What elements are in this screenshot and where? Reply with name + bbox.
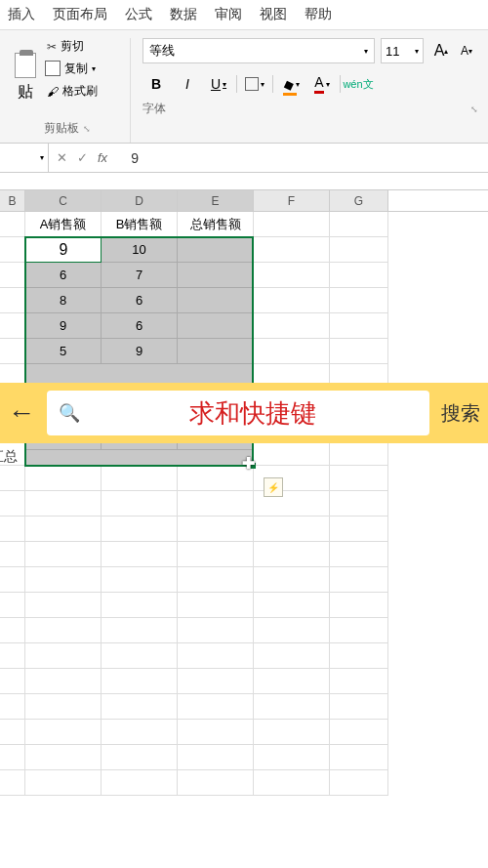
font-name-select[interactable]: 等线▾ xyxy=(142,38,375,63)
spreadsheet-grid[interactable]: B C D E F G xyxy=(0,190,488,817)
scissors-icon xyxy=(47,40,57,54)
border-button[interactable]: ▾ xyxy=(241,71,268,97)
menu-bar: 插入 页面布局 公式 数据 审阅 视图 帮助 xyxy=(0,0,488,30)
cell[interactable]: 6 xyxy=(25,263,102,288)
border-icon xyxy=(245,77,259,91)
col-header-e[interactable]: E xyxy=(178,190,254,211)
cell[interactable]: 6 xyxy=(102,288,178,313)
column-headers: B C D E F G xyxy=(0,190,488,212)
formula-bar: ▾ ✕ ✓ fx 9 xyxy=(0,144,488,173)
brush-icon xyxy=(47,85,59,99)
menu-page-layout[interactable]: 页面布局 xyxy=(53,6,107,23)
menu-view[interactable]: 视图 xyxy=(260,6,287,23)
fill-color-button[interactable]: ◆▾ xyxy=(277,71,305,97)
cell[interactable]: 8 xyxy=(25,288,102,313)
col-header-b[interactable]: B xyxy=(0,190,25,211)
paste-label: 贴 xyxy=(18,82,33,103)
col-header-g[interactable]: G xyxy=(330,190,388,211)
paste-button[interactable]: 贴 xyxy=(10,38,41,116)
cell[interactable] xyxy=(178,263,254,288)
name-box[interactable]: ▾ xyxy=(0,144,49,172)
format-painter-label: 格式刷 xyxy=(62,83,98,100)
copy-icon xyxy=(47,62,61,76)
increase-font-button[interactable]: A▴ xyxy=(429,39,453,62)
table-header: B销售额 xyxy=(102,212,178,237)
clipboard-icon xyxy=(15,53,36,78)
clipboard-group-label: 剪贴板 xyxy=(44,120,79,137)
quick-analysis-button[interactable]: ⚡ xyxy=(264,477,283,497)
clipboard-group: 贴 剪切 复制▾ 格式刷 剪贴板⤡ xyxy=(4,38,131,143)
cell[interactable]: 6 xyxy=(102,313,178,339)
cell[interactable]: 7 xyxy=(102,263,178,288)
col-header-c[interactable]: C xyxy=(25,190,102,211)
font-group: 等线▾ 11▾ A▴ A▾ B I U▾ ▾ ◆▾ A▾ wén文 字体⤡ xyxy=(131,38,484,143)
copy-button[interactable]: 复制▾ xyxy=(47,61,98,77)
menu-review[interactable]: 审阅 xyxy=(215,6,242,23)
overlay-banner: ← 🔍 求和快捷键 搜索 xyxy=(0,383,488,443)
search-box[interactable]: 🔍 求和快捷键 xyxy=(47,391,429,435)
search-label[interactable]: 搜索 xyxy=(441,400,480,427)
cell[interactable]: 9 xyxy=(102,339,178,364)
menu-help[interactable]: 帮助 xyxy=(305,6,332,23)
menu-insert[interactable]: 插入 xyxy=(8,6,35,23)
banner-text: 求和快捷键 xyxy=(88,396,418,431)
cut-button[interactable]: 剪切 xyxy=(47,38,98,55)
decrease-font-button[interactable]: A▾ xyxy=(455,39,478,62)
col-header-f[interactable]: F xyxy=(254,190,330,211)
cancel-button[interactable]: ✕ xyxy=(57,150,67,165)
cell[interactable] xyxy=(178,237,254,263)
summary-label: 汇总 xyxy=(0,448,18,466)
format-painter-button[interactable]: 格式刷 xyxy=(47,83,98,100)
back-arrow-icon[interactable]: ← xyxy=(8,397,35,429)
menu-formulas[interactable]: 公式 xyxy=(125,6,152,23)
cursor-icon: ✚ xyxy=(242,454,255,473)
cells-area[interactable]: A销售额 B销售额 总销售额 9 10 67 86 96 59 55 汇总 ✚ … xyxy=(0,212,488,817)
fx-button[interactable]: fx xyxy=(98,150,115,165)
font-color-button[interactable]: A▾ xyxy=(308,71,336,97)
cell[interactable]: 5 xyxy=(25,339,102,364)
table-header: A销售额 xyxy=(25,212,102,237)
cell[interactable] xyxy=(178,339,254,364)
bold-button[interactable]: B xyxy=(142,71,170,97)
expand-icon[interactable]: ⤡ xyxy=(470,104,478,114)
cell[interactable] xyxy=(178,313,254,339)
font-size-select[interactable]: 11▾ xyxy=(381,38,424,63)
ribbon: 贴 剪切 复制▾ 格式刷 剪贴板⤡ 等线▾ 11▾ A▴ A▾ B I U▾ ▾ xyxy=(0,30,488,144)
col-header-d[interactable]: D xyxy=(102,190,178,211)
confirm-button[interactable]: ✓ xyxy=(77,150,88,165)
italic-button[interactable]: I xyxy=(174,71,201,97)
search-icon: 🔍 xyxy=(59,402,80,424)
copy-label: 复制 xyxy=(64,61,88,77)
font-group-label: 字体 xyxy=(142,101,166,117)
cell[interactable] xyxy=(178,288,254,313)
cell[interactable]: 9 xyxy=(25,313,102,339)
expand-icon[interactable]: ⤡ xyxy=(83,124,91,134)
underline-button[interactable]: U▾ xyxy=(205,71,232,97)
menu-data[interactable]: 数据 xyxy=(170,6,197,23)
table-header: 总销售额 xyxy=(178,212,254,237)
cut-label: 剪切 xyxy=(61,38,84,55)
cell[interactable]: 10 xyxy=(102,237,178,263)
phonetic-button[interactable]: wén文 xyxy=(345,71,372,97)
formula-input[interactable]: 9 xyxy=(123,150,488,166)
